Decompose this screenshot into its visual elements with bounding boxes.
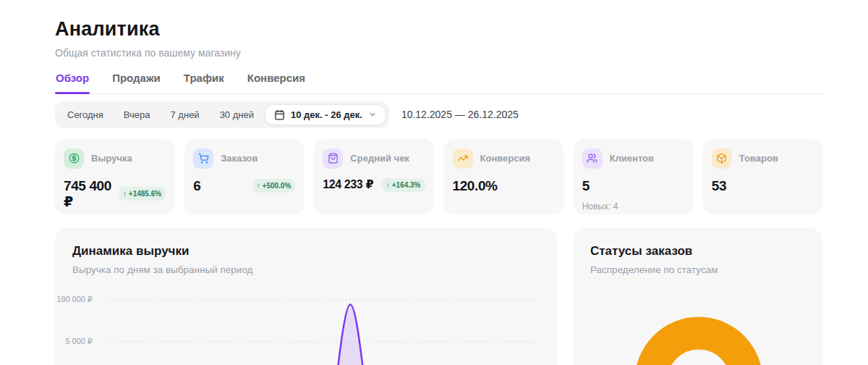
chart-subtitle: Выручка по дням за выбранный период <box>72 264 540 275</box>
kpi-value: 53 <box>712 178 726 194</box>
analytics-page: Аналитика Общая статистика по вашему маг… <box>0 0 868 365</box>
kpi-card-revenue: Выручка 745 400 ₽ ↑ +1485.6% <box>55 139 174 214</box>
preset-7-days[interactable]: 7 дней <box>161 104 209 126</box>
kpi-value: 745 400 ₽ <box>64 178 113 210</box>
filter-row: Сегодня Вчера 7 дней 30 дней 10 дек. - 2… <box>55 101 822 128</box>
preset-today[interactable]: Сегодня <box>58 104 113 126</box>
date-preset-bar: Сегодня Вчера 7 дней 30 дней 10 дек. - 2… <box>55 101 389 128</box>
tab-overview[interactable]: Обзор <box>55 72 90 93</box>
revenue-dynamics-card: Динамика выручки Выручка по дням за выбр… <box>55 228 557 365</box>
kpi-change-badge: ↑ +164.3% <box>382 178 425 192</box>
date-range-picker-label: 10 дек. - 26 дек. <box>291 109 362 120</box>
revenue-area-fill <box>107 304 540 365</box>
kpi-value: 124 233 ₽ <box>323 178 373 191</box>
order-statuses-donut-chart <box>573 228 822 365</box>
donut-segment <box>651 333 746 365</box>
page-title: Аналитика <box>55 19 822 41</box>
kpi-cards-row: Выручка 745 400 ₽ ↑ +1485.6% Заказов 6 ↑… <box>55 139 822 214</box>
cart-icon <box>193 148 213 169</box>
kpi-change-badge: ↑ +1485.6% <box>119 187 166 201</box>
kpi-card-conversion: Конверсия 120.0% <box>444 139 563 214</box>
revenue-chart: 180 000 ₽ 5 000 ₽ <box>55 290 557 365</box>
kpi-value: 6 <box>193 178 200 194</box>
kpi-card-orders: Заказов 6 ↑ +500.0% <box>184 139 304 214</box>
kpi-label: Клиентов <box>610 153 654 164</box>
kpi-card-clients: Клиентов 5 Новых: 4 <box>574 139 693 214</box>
revenue-area-chart <box>55 290 557 365</box>
kpi-value: 5 <box>582 178 590 194</box>
trending-up-icon <box>453 148 473 169</box>
calendar-icon <box>274 109 285 120</box>
kpi-label: Товаров <box>739 153 778 164</box>
kpi-label: Заказов <box>221 153 258 164</box>
kpi-subtext: Новых: 4 <box>582 201 684 211</box>
selected-date-range-text: 10.12.2025 — 26.12.2025 <box>401 109 519 120</box>
ruble-circle-icon <box>64 148 84 169</box>
date-range-picker[interactable]: 10 дек. - 26 дек. <box>265 104 386 125</box>
kpi-value: 120.0% <box>453 178 498 194</box>
tab-conversion[interactable]: Конверсия <box>247 72 306 93</box>
page-subtitle: Общая статистика по вашему магазину <box>55 47 822 59</box>
tab-sales[interactable]: Продажи <box>111 72 161 93</box>
charts-row: Динамика выручки Выручка по дням за выбр… <box>55 228 822 365</box>
chart-title: Динамика выручки <box>72 244 540 259</box>
tabs-bar: Обзор Продажи Трафик Конверсия <box>55 72 822 94</box>
revenue-line <box>107 304 540 365</box>
kpi-label: Средний чек <box>350 153 409 164</box>
chevron-down-icon <box>368 110 377 119</box>
kpi-label: Конверсия <box>480 153 531 164</box>
package-icon <box>712 148 732 169</box>
kpi-label: Выручка <box>91 153 132 164</box>
preset-yesterday[interactable]: Вчера <box>114 104 160 126</box>
shopping-bag-icon <box>323 148 343 169</box>
kpi-card-products: Товаров 53 <box>703 139 822 214</box>
kpi-change-badge: ↑ +500.0% <box>252 179 296 193</box>
kpi-card-average-check: Средний чек 124 233 ₽ ↑ +164.3% <box>314 139 433 214</box>
preset-30-days[interactable]: 30 дней <box>210 104 263 126</box>
tab-traffic[interactable]: Трафик <box>183 72 225 93</box>
order-statuses-card: Статусы заказов Распределение по статуса… <box>573 228 822 365</box>
users-icon <box>582 148 603 169</box>
